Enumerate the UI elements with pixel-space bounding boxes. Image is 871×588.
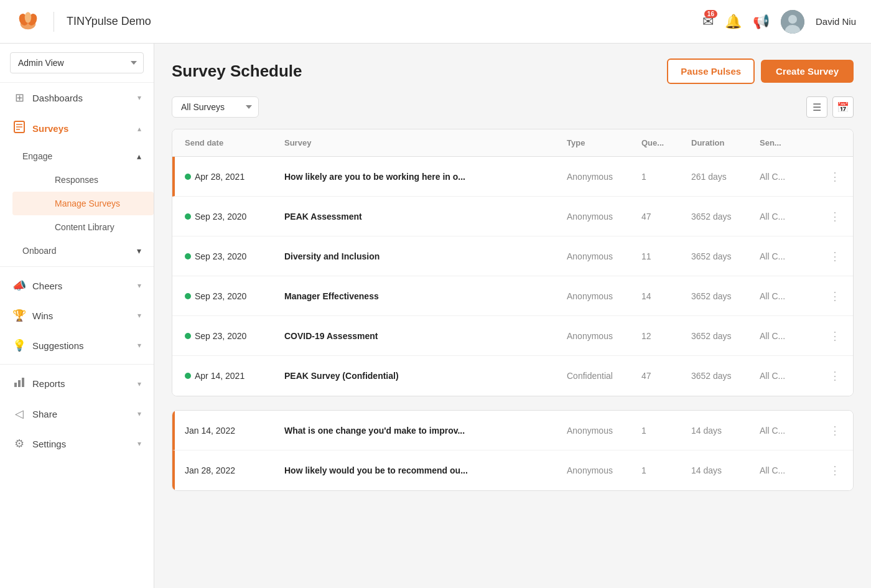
sidebar-item-suggestions[interactable]: 💡 Suggestions ▾ [0, 330, 154, 360]
admin-select-wrap: Admin View [0, 44, 154, 83]
view-icons: ☰ 📅 [806, 96, 854, 118]
mail-icon-wrap[interactable]: ✉ 16 [702, 14, 714, 30]
row-menu-button[interactable]: ⋮ [822, 170, 841, 184]
avatar[interactable] [781, 10, 804, 34]
sidebar-item-dashboards[interactable]: ⊞ Dashboards ▾ [0, 83, 154, 113]
row-menu-button[interactable]: ⋮ [822, 289, 841, 303]
table-row: Sep 23, 2020 PEAK Assessment Anonymous 4… [172, 197, 853, 236]
questions-cell: 1 [641, 172, 691, 182]
sent-cell: All C... [760, 465, 822, 475]
type-cell: Anonymous [567, 212, 641, 222]
sidebar-label-surveys: Surveys [32, 123, 131, 134]
row-menu-button[interactable]: ⋮ [822, 424, 841, 437]
survey-name[interactable]: How likely would you be to recommend ou.… [284, 465, 567, 475]
duration-cell: 3652 days [691, 291, 760, 301]
pending-surveys-group: Jan 14, 2022 What is one change you'd ma… [172, 410, 854, 491]
create-survey-button[interactable]: Create Survey [761, 60, 854, 83]
filter-select-wrap: All Surveys [172, 96, 259, 118]
pause-pulses-button[interactable]: Pause Pulses [667, 58, 755, 84]
row-menu-button[interactable]: ⋮ [822, 464, 841, 477]
megaphone-icon-wrap[interactable]: 📢 [753, 14, 770, 30]
row-menu-button[interactable]: ⋮ [822, 210, 841, 223]
status-dot [185, 333, 191, 339]
engage-subnav: Responses Manage Surveys Content Library [0, 168, 154, 239]
date-value: Apr 28, 2021 [195, 172, 245, 182]
sent-cell: All C... [760, 331, 822, 341]
survey-name[interactable]: PEAK Survey (Confidential) [284, 371, 567, 381]
logo-icon [15, 9, 41, 35]
suggestions-chevron-icon: ▾ [137, 341, 141, 350]
surveys-subnav: Engage ▴ Responses Manage Surveys Conten… [0, 144, 154, 263]
duration-cell: 3652 days [691, 371, 760, 381]
sent-cell: All C... [760, 291, 822, 301]
calendar-view-button[interactable]: 📅 [832, 96, 854, 118]
notification-badge: 16 [704, 10, 717, 18]
type-cell: Anonymous [567, 426, 641, 436]
type-cell: Anonymous [567, 465, 641, 475]
date-cell: Sep 23, 2020 [185, 291, 284, 301]
admin-view-select[interactable]: Admin View [10, 52, 144, 73]
svg-rect-13 [22, 378, 24, 387]
row-menu-button[interactable]: ⋮ [822, 329, 841, 343]
survey-name[interactable]: What is one change you'd make to improv.… [284, 426, 567, 436]
row-menu-button[interactable]: ⋮ [822, 369, 841, 383]
col-duration: Duration [691, 138, 760, 147]
date-value: Jan 28, 2022 [185, 465, 235, 475]
logo-divider [54, 12, 54, 32]
col-send-date: Send date [185, 138, 284, 147]
sidebar-item-settings[interactable]: ⚙ Settings ▾ [0, 429, 154, 459]
survey-name[interactable]: PEAK Assessment [284, 212, 567, 222]
questions-cell: 11 [641, 251, 691, 261]
nav-divider-1 [0, 266, 154, 267]
date-value: Sep 23, 2020 [195, 291, 246, 301]
survey-name[interactable]: Diversity and Inclusion [284, 251, 567, 261]
survey-name[interactable]: How likely are you to be working here in… [284, 172, 567, 182]
row-menu-button[interactable]: ⋮ [822, 250, 841, 263]
sidebar-item-engage[interactable]: Engage ▴ [0, 144, 154, 168]
suggestions-icon: 💡 [12, 338, 26, 352]
date-cell: Jan 14, 2022 [185, 426, 284, 436]
date-value: Sep 23, 2020 [195, 331, 246, 341]
type-cell: Anonymous [567, 172, 641, 182]
page-title: Survey Schedule [172, 62, 302, 81]
sidebar-item-content-library[interactable]: Content Library [12, 215, 154, 239]
table-row: Sep 23, 2020 COVID-19 Assessment Anonymo… [172, 316, 853, 356]
dashboards-icon: ⊞ [12, 91, 26, 105]
sidebar-label-suggestions: Suggestions [32, 340, 131, 351]
status-dot [185, 174, 191, 180]
sent-cell: All C... [760, 426, 822, 436]
sidebar-item-manage-surveys[interactable]: Manage Surveys [12, 192, 154, 215]
list-view-button[interactable]: ☰ [806, 96, 827, 118]
reports-icon [12, 376, 26, 391]
survey-filter-select[interactable]: All Surveys [172, 96, 259, 118]
svg-point-3 [25, 12, 32, 23]
sidebar-label-share: Share [32, 409, 131, 419]
sidebar-item-surveys[interactable]: Surveys ▴ [0, 113, 154, 144]
onboard-label: Onboard [22, 246, 56, 256]
cheers-icon: 📣 [12, 279, 26, 292]
settings-icon: ⚙ [12, 437, 26, 450]
table-row: Sep 23, 2020 Diversity and Inclusion Ano… [172, 236, 853, 276]
bell-icon-wrap[interactable]: 🔔 [725, 14, 742, 30]
date-cell: Sep 23, 2020 [185, 251, 284, 261]
sidebar-item-onboard[interactable]: Onboard ▾ [0, 239, 154, 263]
date-cell: Sep 23, 2020 [185, 212, 284, 222]
sidebar-item-cheers[interactable]: 📣 Cheers ▾ [0, 271, 154, 301]
header-right: ✉ 16 🔔 📢 David Niu [702, 10, 856, 34]
engage-label: Engage [22, 151, 52, 161]
sidebar-item-share[interactable]: ◁ Share ▾ [0, 399, 154, 429]
status-dot [185, 373, 191, 379]
questions-cell: 1 [641, 426, 691, 436]
nav-divider-2 [0, 364, 154, 365]
date-cell: Sep 23, 2020 [185, 331, 284, 341]
survey-name[interactable]: COVID-19 Assessment [284, 331, 567, 341]
questions-cell: 1 [641, 465, 691, 475]
survey-name[interactable]: Manager Effectiveness [284, 291, 567, 301]
sidebar-item-responses[interactable]: Responses [12, 168, 154, 192]
sent-cell: All C... [760, 172, 822, 182]
sidebar-item-wins[interactable]: 🏆 Wins ▾ [0, 301, 154, 330]
questions-cell: 47 [641, 212, 691, 222]
sidebar: Admin View ⊞ Dashboards ▾ Surveys ▴ [0, 44, 154, 588]
sidebar-item-reports[interactable]: Reports ▾ [0, 368, 154, 399]
content-library-label: Content Library [55, 222, 114, 232]
